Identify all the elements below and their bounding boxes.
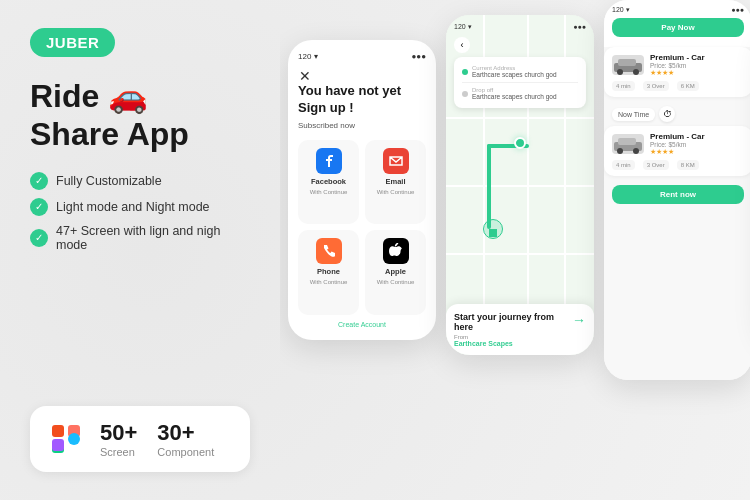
svg-point-11: [617, 148, 623, 154]
road-horizontal: [446, 117, 594, 119]
map-screen: 120 ▾ ●●● ‹ Current Address Earthcare sc…: [446, 15, 594, 355]
route-marker: [514, 137, 526, 149]
road-horizontal: [446, 253, 594, 255]
map-status-bar: 120 ▾ ●●●: [454, 23, 586, 31]
feature-item: ✓ Fully Customizable: [30, 172, 250, 190]
feature-item: ✓ 47+ Screen with lign and nigh mode: [30, 224, 250, 252]
car-image: [612, 55, 644, 75]
left-section: JUBER Ride 🚗 Share App ✓ Fully Customiza…: [0, 0, 280, 500]
car-thumbnail: [612, 55, 644, 75]
svg-point-8: [633, 69, 639, 75]
map-overlay: 120 ▾ ●●● ‹ Current Address Earthcare sc…: [446, 15, 594, 116]
svg-point-12: [633, 148, 639, 154]
figma-icon: [48, 421, 84, 457]
car-meta: 4 min 3 Over 8 KM: [612, 160, 744, 170]
car-thumbnail: [612, 134, 644, 154]
phone-btn[interactable]: Phone With Continue: [298, 230, 359, 315]
arrow-icon: →: [572, 312, 586, 328]
car-card-1: Premium - Car Price: $5/km ★★★★ 4 min 3 …: [604, 47, 750, 97]
phones-section: 120 ▾ ●●● ✕ You have not yet Sign up ! S…: [280, 0, 750, 500]
status-bar: 120 ▾ ●●●: [612, 6, 744, 14]
screen-stat: 50+ Screen: [100, 420, 137, 458]
rent-now-button[interactable]: Rent now: [612, 185, 744, 204]
svg-rect-10: [618, 138, 636, 145]
check-icon: ✓: [30, 198, 48, 216]
create-account-link[interactable]: Create Account: [298, 321, 426, 328]
social-grid: Facebook With Continue Email With Contin…: [298, 140, 426, 315]
headline: Ride 🚗 Share App: [30, 77, 250, 154]
address-card: Current Address Earthcare scapes church …: [454, 57, 586, 108]
feature-item: ✓ Light mode and Night mode: [30, 198, 250, 216]
pay-now-button[interactable]: Pay Now: [612, 18, 744, 37]
svg-point-3: [68, 433, 80, 445]
headline-line1: Ride 🚗: [30, 78, 148, 114]
check-icon: ✓: [30, 172, 48, 190]
svg-point-7: [617, 69, 623, 75]
close-button[interactable]: ✕: [298, 69, 312, 83]
svg-rect-4: [52, 439, 64, 451]
route-segment: [487, 144, 491, 229]
email-icon: [383, 148, 409, 174]
facebook-icon: [316, 148, 342, 174]
divider: [462, 82, 578, 83]
headline-line2: Share App: [30, 116, 189, 152]
back-button[interactable]: ‹: [454, 37, 470, 53]
signup-title: You have not yet Sign up !: [298, 83, 426, 117]
car-selection-phone: 120 ▾ ●●● Pay Now: [604, 0, 750, 380]
clock-icon: ⏱: [659, 106, 675, 122]
phone-icon: [316, 238, 342, 264]
journey-card: Start your journey from here From Earthc…: [446, 304, 594, 355]
car-selection-screen: 120 ▾ ●●● Pay Now: [604, 0, 750, 380]
svg-rect-6: [618, 59, 636, 66]
apple-icon: [383, 238, 409, 264]
pickup-row: Current Address Earthcare scapes church …: [462, 63, 578, 80]
signup-phone: 120 ▾ ●●● ✕ You have not yet Sign up ! S…: [288, 40, 436, 340]
logo-badge[interactable]: JUBER: [30, 28, 115, 57]
apple-btn[interactable]: Apple With Continue: [365, 230, 426, 315]
status-bar: 120 ▾ ●●●: [298, 52, 426, 61]
component-stat: 30+ Component: [157, 420, 214, 458]
screen-top: 120 ▾ ●●● Pay Now: [604, 0, 750, 47]
email-btn[interactable]: Email With Continue: [365, 140, 426, 225]
car-meta: 4 min 3 Over 6 KM: [612, 81, 744, 91]
car-card-2: Premium - Car Price: $5/km ★★★★ 4 min 3 …: [604, 126, 750, 176]
now-time-tag[interactable]: Now Time: [612, 108, 655, 121]
dropoff-row: Drop off Earthcare scapes church god: [462, 85, 578, 102]
stats-row: 50+ Screen 30+ Component: [100, 420, 214, 458]
signup-screen: 120 ▾ ●●● ✕ You have not yet Sign up ! S…: [288, 40, 436, 340]
car-image: [612, 134, 644, 154]
check-icon: ✓: [30, 229, 48, 247]
main-container: JUBER Ride 🚗 Share App ✓ Fully Customiza…: [0, 0, 750, 500]
features-list: ✓ Fully Customizable ✓ Light mode and Ni…: [30, 172, 250, 252]
road-horizontal: [446, 185, 594, 187]
dropoff-dot: [462, 91, 468, 97]
stats-card: 50+ Screen 30+ Component: [30, 406, 250, 472]
subscribed-label: Subscribed now: [298, 121, 426, 130]
map-phone: 120 ▾ ●●● ‹ Current Address Earthcare sc…: [446, 15, 594, 355]
route-marker-dot: [489, 229, 497, 237]
time-select: Now Time ⏱: [604, 102, 750, 126]
svg-rect-0: [52, 425, 64, 437]
map-bottom: Start your journey from here From Earthc…: [446, 304, 594, 355]
pickup-dot: [462, 69, 468, 75]
facebook-btn[interactable]: Facebook With Continue: [298, 140, 359, 225]
